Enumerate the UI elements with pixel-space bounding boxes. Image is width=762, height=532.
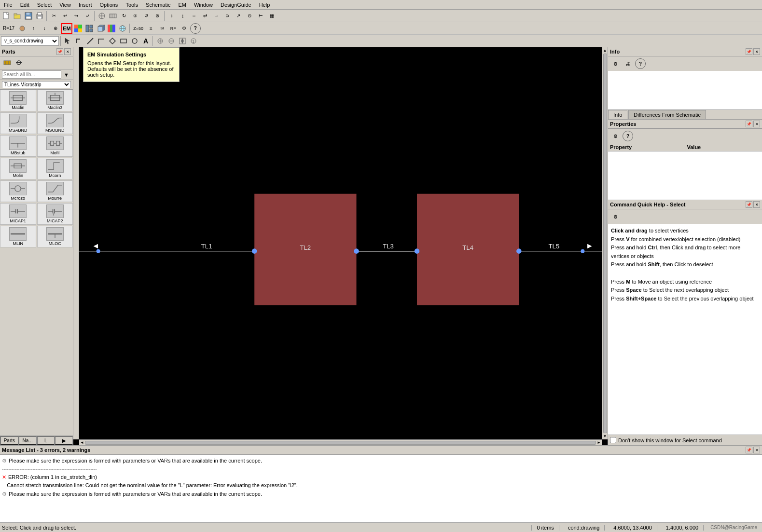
part-mloc[interactable]: MLOC (37, 226, 73, 247)
menu-edit[interactable]: Edit (16, 1, 33, 9)
cmdhelp-checkbox[interactable] (610, 437, 616, 443)
rect-tool[interactable] (118, 36, 129, 46)
tb2-b2[interactable]: ↑ (28, 23, 39, 34)
diamond-tool[interactable] (107, 36, 118, 46)
si-button[interactable]: SI (157, 23, 167, 34)
pin-button[interactable]: ↕ (166, 11, 177, 21)
shape-tool-1[interactable] (96, 36, 107, 46)
tab-differences[interactable]: Differences From Schematic (628, 110, 706, 119)
tb2-b3[interactable]: ↓ (39, 23, 50, 34)
part-mbstub[interactable]: MBstub (0, 135, 36, 157)
canvas-vscroll[interactable]: ▲ ▼ (602, 47, 608, 439)
ze-button[interactable]: Ξ (146, 23, 156, 34)
undo-button[interactable]: ↩ (60, 11, 70, 21)
parts-pin-button[interactable]: 📌 (56, 48, 63, 55)
3d-button[interactable] (95, 23, 106, 34)
rotate-button[interactable]: ↻ (119, 11, 129, 21)
info-pin-button[interactable]: 📌 (746, 48, 752, 55)
rot2-button[interactable]: ② (130, 11, 140, 21)
wire-tool[interactable] (74, 36, 84, 46)
z50-button[interactable]: Z=50 (132, 23, 145, 34)
part-maclin[interactable]: Maclin (0, 90, 36, 111)
props-help-icon[interactable]: ? (623, 131, 633, 141)
msg-pin-button[interactable]: 📌 (746, 447, 752, 453)
cmdhelp-pin-button[interactable]: 📌 (746, 201, 752, 208)
insert-wire-button[interactable] (97, 11, 107, 21)
part-mcorn[interactable]: Mcorn (37, 158, 73, 179)
parts-library-dropdown[interactable]: TLines-Microstrip (2, 81, 71, 88)
rot3-button[interactable]: ↺ (141, 11, 152, 21)
select-tool[interactable] (63, 36, 73, 46)
msg-close-button[interactable]: ✕ (753, 447, 760, 453)
arr3-button[interactable]: ↗ (233, 11, 244, 21)
color2-button[interactable] (106, 23, 117, 34)
redo2-button[interactable]: ⤾ (82, 11, 93, 21)
layer-dropdown[interactable]: v_s_cond:drawing (1, 36, 59, 46)
cmdhelp-settings-icon[interactable]: ⚙ (610, 211, 621, 222)
part-micap2[interactable]: MICAP2 (37, 203, 73, 225)
menu-insert[interactable]: Insert (75, 1, 96, 9)
circle-tool[interactable] (129, 36, 140, 46)
info-print-icon[interactable]: 🖨 (623, 58, 633, 69)
part-mourre[interactable]: Mourre (37, 180, 73, 202)
save-button[interactable] (23, 11, 34, 21)
tb2-b1[interactable] (17, 23, 28, 34)
redo-button[interactable]: ↪ (71, 11, 82, 21)
tab-parts[interactable]: Parts (0, 436, 18, 445)
info-settings-icon[interactable]: ⚙ (610, 58, 621, 69)
em-button[interactable]: EM (61, 23, 72, 34)
filter-icon[interactable]: ▼ (64, 72, 69, 78)
sym-button[interactable]: ⇄ (200, 11, 210, 21)
props-settings-icon[interactable]: ⚙ (610, 131, 621, 141)
menu-help[interactable]: Help (255, 1, 274, 9)
tab-info[interactable]: Info (608, 110, 627, 119)
part-maclin3[interactable]: Maclin3 (37, 90, 73, 111)
cmdhelp-close-button[interactable]: ✕ (753, 201, 760, 208)
menu-window[interactable]: Window (190, 1, 217, 9)
tb2-b4[interactable]: ⊕ (50, 23, 61, 34)
color-button[interactable] (73, 23, 83, 34)
tab-na[interactable]: Na... (18, 436, 37, 445)
text-tool[interactable]: A (140, 36, 151, 46)
part-molin[interactable]: Molin (0, 158, 36, 179)
canvas-area[interactable]: ◄ TL1 TL2 TL3 (73, 47, 608, 445)
cam-fit[interactable] (177, 36, 188, 46)
grid-button[interactable]: ▦ (266, 11, 277, 21)
props-pin-button[interactable]: 📌 (746, 121, 752, 127)
hscroll-right[interactable]: ► (597, 440, 601, 445)
part-msabnd[interactable]: MSABND (0, 112, 36, 134)
arr1-button[interactable]: → (211, 11, 222, 21)
cut-button[interactable]: ✂ (49, 11, 59, 21)
globe-button[interactable]: ⊙ (244, 11, 255, 21)
cam-out[interactable] (166, 36, 177, 46)
parts-icon-1[interactable] (2, 57, 13, 68)
insert-bus-button[interactable] (108, 11, 118, 21)
tab-l[interactable]: L (37, 436, 55, 445)
part-mcrozo[interactable]: Mcrozo (0, 180, 36, 202)
parts-close-button[interactable]: ✕ (64, 48, 71, 55)
menu-select[interactable]: Select (33, 1, 56, 9)
part-msobnd[interactable]: MSOBND (37, 112, 73, 134)
cam-reset[interactable]: 1 (188, 36, 199, 46)
bus3-button[interactable]: ↨ (178, 11, 188, 21)
hscroll-left[interactable]: ◄ (80, 440, 84, 445)
arr2-button[interactable]: ⊃ (222, 11, 233, 21)
menu-designguide[interactable]: DesignGuide (217, 1, 255, 9)
vscroll-track[interactable] (603, 54, 607, 433)
menu-options[interactable]: Options (96, 1, 122, 9)
globe2-button[interactable] (117, 23, 128, 34)
part-mofil[interactable]: Mofil (37, 135, 73, 157)
info-close-button[interactable]: ✕ (753, 48, 760, 55)
settings-button[interactable]: ⚙ (179, 23, 190, 34)
flip-button[interactable]: ⊗ (152, 11, 163, 21)
canvas-hscroll[interactable]: ◄ ► (79, 439, 602, 445)
print-button[interactable] (34, 11, 45, 21)
line-tool[interactable] (85, 36, 96, 46)
menu-em[interactable]: EM (174, 1, 190, 9)
menu-view[interactable]: View (55, 1, 75, 9)
cam-in[interactable] (155, 36, 166, 46)
vscroll-down[interactable]: ▼ (603, 434, 607, 438)
parts-search-input[interactable] (2, 70, 61, 79)
conn-button[interactable]: ↔ (189, 11, 199, 21)
hscroll-track[interactable] (85, 441, 596, 445)
